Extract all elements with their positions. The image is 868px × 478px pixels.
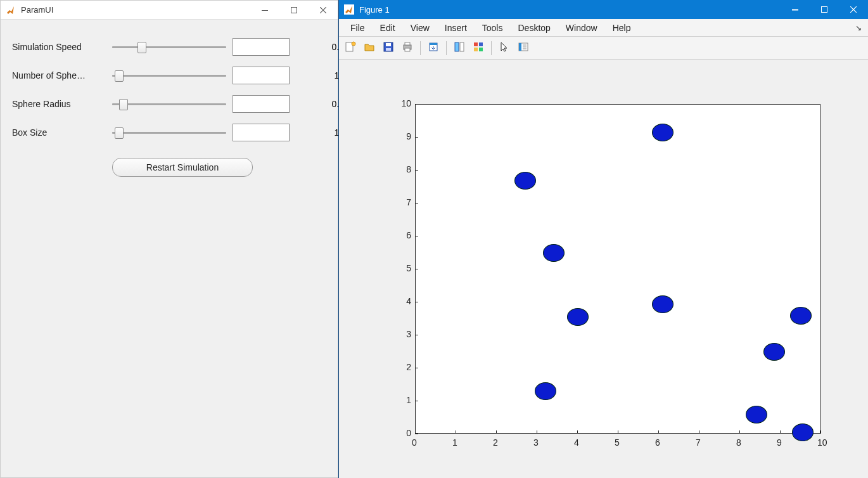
data-point: [535, 382, 556, 400]
svg-rect-22: [386, 48, 391, 51]
x-tick-label: 9: [777, 437, 782, 448]
svg-rect-25: [405, 48, 410, 51]
save-icon: [383, 41, 394, 55]
menu-tools[interactable]: Tools: [475, 20, 511, 36]
minimize-button[interactable]: [250, 1, 279, 20]
data-point: [567, 308, 589, 326]
matlab-icon: [6, 5, 16, 15]
svg-rect-2: [262, 10, 268, 11]
save-button[interactable]: [380, 39, 397, 57]
param-value-input[interactable]: [233, 124, 348, 141]
svg-rect-16: [822, 7, 827, 13]
menu-insert[interactable]: Insert: [437, 20, 475, 36]
param-value-input[interactable]: [233, 67, 348, 84]
data-point: [790, 307, 812, 325]
param-row: Simulation Speed: [12, 32, 326, 61]
y-tick-label: 0: [396, 428, 411, 438]
param-row: Sphere Radius: [12, 89, 326, 118]
figure-menubar: FileEditViewInsertToolsDesktopWindowHelp…: [339, 19, 868, 37]
close-button[interactable]: [309, 1, 338, 20]
y-tick-label: 8: [396, 164, 411, 174]
svg-rect-21: [386, 43, 391, 46]
brush-icon: [473, 41, 484, 55]
x-tick-label: 0: [412, 437, 417, 448]
svg-rect-28: [455, 42, 459, 51]
print-button[interactable]: [399, 39, 416, 57]
param-spinner[interactable]: [233, 95, 290, 113]
menu-view[interactable]: View: [403, 20, 437, 36]
restart-simulation-button[interactable]: Restart Simulation: [112, 158, 253, 177]
figure-title: Figure 1: [359, 5, 390, 15]
paramui-body: Simulation Speed Number of Sphe… Sphere …: [1, 20, 338, 477]
param-row: Number of Sphe…: [12, 61, 326, 89]
svg-rect-3: [291, 7, 297, 13]
y-tick-label: 2: [396, 362, 411, 372]
param-value-input[interactable]: [233, 96, 348, 112]
svg-rect-35: [519, 43, 521, 51]
dock-button[interactable]: [424, 39, 442, 57]
toolbar-separator: [446, 41, 447, 55]
param-slider[interactable]: [112, 69, 226, 82]
insert-legend-icon: [518, 41, 529, 55]
svg-rect-24: [405, 42, 410, 45]
x-tick-label: 6: [655, 437, 660, 448]
y-tick-label: 3: [396, 329, 411, 339]
maximize-button[interactable]: [810, 0, 839, 19]
svg-rect-31: [479, 42, 483, 46]
linked-plot-icon: [454, 41, 465, 55]
plot-axes[interactable]: [415, 104, 820, 434]
y-tick-label: 5: [396, 263, 411, 273]
new-figure-icon: [345, 41, 356, 55]
print-icon: [402, 41, 413, 55]
svg-rect-29: [460, 42, 464, 51]
data-point: [792, 423, 814, 441]
paramui-titlebar[interactable]: ParamUI: [1, 1, 338, 20]
maximize-button[interactable]: [279, 1, 309, 20]
svg-point-19: [352, 42, 355, 46]
new-figure-button[interactable]: [341, 39, 359, 57]
menu-file[interactable]: File: [343, 20, 373, 36]
open-button[interactable]: [361, 39, 378, 57]
x-tick-label: 8: [736, 437, 741, 448]
x-tick-label: 7: [696, 437, 701, 448]
data-point: [652, 295, 673, 313]
param-slider[interactable]: [112, 126, 226, 139]
menu-desktop[interactable]: Desktop: [510, 20, 558, 36]
param-slider[interactable]: [112, 41, 226, 53]
insert-legend-button[interactable]: [514, 39, 532, 57]
paramui-window: ParamUI Simulation Speed Number of Sphe…: [0, 0, 338, 478]
figure-titlebar[interactable]: Figure 1: [339, 0, 868, 19]
param-spinner[interactable]: [233, 38, 290, 56]
open-icon: [364, 41, 375, 55]
menu-edit[interactable]: Edit: [373, 20, 403, 36]
data-point: [746, 406, 767, 423]
menubar-overflow-icon[interactable]: ↘: [855, 23, 864, 32]
menu-window[interactable]: Window: [558, 20, 605, 36]
y-tick-label: 6: [396, 230, 411, 240]
toolbar-separator: [491, 41, 492, 55]
param-value-input[interactable]: [233, 39, 348, 55]
param-slider[interactable]: [112, 98, 226, 110]
restart-simulation-label: Restart Simulation: [146, 162, 219, 172]
y-tick-label: 7: [396, 197, 411, 207]
data-point: [514, 172, 536, 190]
data-point: [652, 124, 673, 141]
cursor-button[interactable]: [495, 39, 513, 57]
y-tick-label: 4: [396, 296, 411, 306]
y-tick-label: 10: [396, 98, 411, 108]
x-tick-label: 4: [574, 437, 579, 448]
figure-toolbar: [339, 37, 868, 60]
param-label: Number of Sphe…: [12, 70, 106, 81]
close-button[interactable]: [839, 0, 868, 19]
svg-rect-30: [474, 42, 478, 46]
x-tick-label: 10: [817, 437, 827, 448]
svg-rect-33: [479, 48, 483, 51]
menu-help[interactable]: Help: [605, 20, 639, 36]
minimize-button[interactable]: [781, 0, 810, 19]
toolbar-separator: [420, 41, 421, 55]
param-spinner[interactable]: [233, 124, 290, 141]
linked-plot-button[interactable]: [450, 39, 468, 57]
param-spinner[interactable]: [233, 67, 290, 84]
param-row: Box Size: [12, 118, 326, 146]
brush-button[interactable]: [469, 39, 487, 57]
